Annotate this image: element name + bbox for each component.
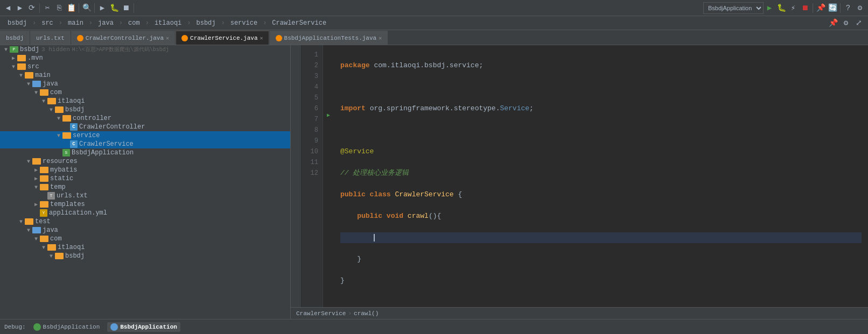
tree-main[interactable]: ▼ main xyxy=(0,71,290,80)
debug-icon-1 xyxy=(33,323,41,331)
toolbar-debug2[interactable]: 🐛 xyxy=(775,2,787,14)
tree-appyml-file[interactable]: ▶ Y application.yml xyxy=(0,209,290,217)
toolbar-run[interactable]: ▶ xyxy=(96,2,108,14)
tree-crawlercontroller-file[interactable]: ▶ C CrawlerController xyxy=(0,123,290,131)
class-open-brace: { xyxy=(458,190,462,198)
nav-sep5: › xyxy=(145,19,149,27)
tree-service-folder[interactable]: ▼ service xyxy=(0,131,290,140)
tree-itlaoqi[interactable]: ▼ itlaoqi xyxy=(0,97,290,105)
nav-com[interactable]: com xyxy=(124,18,144,28)
toolbar-settings[interactable]: ⚙ xyxy=(854,2,866,14)
editor-content[interactable]: 1 2 3 4 5 6 7 8 9 10 11 12 ▶ xyxy=(291,45,868,307)
nav-service[interactable]: service xyxy=(226,18,262,28)
toolbar-cut[interactable]: ✂ xyxy=(41,2,53,14)
tree-test[interactable]: ▼ test xyxy=(0,217,290,226)
debug-app2-label: BsbdjApplication xyxy=(120,324,177,330)
tree-static[interactable]: ▶ static xyxy=(0,174,290,183)
nav-main[interactable]: main xyxy=(64,18,88,28)
tree-temp[interactable]: ▼ temp xyxy=(0,183,290,191)
nav-src[interactable]: src xyxy=(37,18,58,28)
tree-urls-file[interactable]: ▶ T urls.txt xyxy=(0,191,290,200)
toolbar-back[interactable]: ◀ xyxy=(2,2,14,14)
breadcrumb-class: CrawlerService xyxy=(296,310,346,317)
code-area[interactable]: package com.itlaoqi.bsbdj.service; impor… xyxy=(334,45,868,307)
tree-bsbdj-pkg[interactable]: ▼ bsbdj xyxy=(0,105,290,114)
tree-arrow-test-itlaoqi: ▼ xyxy=(40,245,47,251)
gutter-item-7[interactable]: ▶ xyxy=(323,110,334,120)
nav-pin[interactable]: 📌 xyxy=(827,17,839,29)
gutter-item-1 xyxy=(323,45,334,56)
tree-com[interactable]: ▼ com xyxy=(0,88,290,97)
tab-crawlerservice-label: CrawlerService.java xyxy=(190,35,257,41)
tab-crawlercontroller-close[interactable]: ✕ xyxy=(166,35,169,41)
toolbar-paste[interactable]: 📋 xyxy=(65,2,77,14)
tab-crawlercontroller-icon xyxy=(77,35,83,41)
toolbar-sep6 xyxy=(840,3,841,13)
toolbar-copy[interactable]: ⎘ xyxy=(53,2,65,14)
tab-crawlerservice-close[interactable]: ✕ xyxy=(260,35,263,41)
nav-crawlerservice[interactable]: CrawlerService xyxy=(268,18,331,28)
tree-crawlerservice-file[interactable]: ▶ C CrawlerService xyxy=(0,140,290,148)
tree-test-itlaoqi[interactable]: ▼ itlaoqi xyxy=(0,243,290,252)
toolbar-stop2[interactable]: ⏹ xyxy=(799,2,811,14)
tree-bsbdjapplication-file[interactable]: ▶ S BsbdjApplication xyxy=(0,148,290,157)
tree-test-com[interactable]: ▼ com xyxy=(0,234,290,243)
tree-mvn[interactable]: ▶ .mvn xyxy=(0,54,290,62)
bottom-bar: Debug: BsbdjApplication BsbdjApplication xyxy=(0,319,868,334)
tree-templates[interactable]: ▶ templates xyxy=(0,200,290,209)
run-config-dropdown[interactable]: BsbdjApplication xyxy=(703,2,764,14)
tree-java[interactable]: ▼ java xyxy=(0,80,290,88)
line-num-5: 5 xyxy=(302,93,318,103)
tree-label-test-com: com xyxy=(50,235,62,243)
tree-arrow-templates: ▶ xyxy=(32,201,40,208)
nav-itlaoqi[interactable]: itlaoqi xyxy=(150,18,186,28)
cursor-indicator xyxy=(374,234,375,241)
nav-bsbdj2[interactable]: bsbdj xyxy=(192,18,220,28)
tab-bsbdjapplicationtests[interactable]: BsbdjApplicationTests.java ✕ xyxy=(270,31,388,45)
tree-label-crawlercontroller: CrawlerController xyxy=(79,123,145,131)
tree-label-test: test xyxy=(35,218,51,225)
tree-folder-icon-com xyxy=(40,89,48,96)
tree-test-java[interactable]: ▼ java xyxy=(0,226,290,234)
code-line-9[interactable] xyxy=(340,232,862,243)
breadcrumb-arrow: › xyxy=(348,310,352,317)
tree-resources[interactable]: ▼ resources xyxy=(0,157,290,166)
tree-src[interactable]: ▼ src xyxy=(0,62,290,71)
nav-gear[interactable]: ⚙ xyxy=(840,17,852,29)
nav-bsbdj[interactable]: bsbdj xyxy=(3,18,31,28)
toolbar-run2[interactable]: ▶ xyxy=(764,2,775,14)
tree-label-mybatis: mybatis xyxy=(50,166,77,174)
tab-urls[interactable]: urls.txt xyxy=(30,31,71,45)
toolbar-search[interactable]: 🔍 xyxy=(81,2,93,14)
tree-test-bsbdj[interactable]: ▼ bsbdj xyxy=(0,252,290,260)
toolbar-help[interactable]: ? xyxy=(842,2,854,14)
tab-crawlerservice[interactable]: CrawlerService.java ✕ xyxy=(176,31,269,45)
toolbar-profile[interactable]: ⚡ xyxy=(787,2,799,14)
debug-item-2[interactable]: BsbdjApplication xyxy=(107,322,180,332)
toolbar-debug[interactable]: 🐛 xyxy=(108,2,120,14)
breadcrumb-navbar: bsbdj › src › main › java › com › itlaoq… xyxy=(0,16,868,30)
tree-folder-icon-test-com xyxy=(40,236,48,242)
tree-root[interactable]: ▼ P bsbdj 3 hidden H:\<百思>APP数据爬虫\源代码\bs… xyxy=(0,45,290,54)
toolbar-btn1[interactable]: ⟳ xyxy=(26,2,38,14)
tree-label-bsbdj-pkg: bsbdj xyxy=(65,106,85,113)
tab-bsbdj-label: bsbdj xyxy=(6,35,24,41)
debug-label: Debug: xyxy=(4,324,26,330)
nav-expand[interactable]: ⤢ xyxy=(853,17,865,29)
tab-bsbdj[interactable]: bsbdj xyxy=(0,31,30,45)
toolbar-vcs[interactable]: 📌 xyxy=(815,2,827,14)
toolbar-sep4 xyxy=(134,3,134,13)
debug-item-1[interactable]: BsbdjApplication xyxy=(30,322,103,332)
toolbar-stop[interactable]: ⏹ xyxy=(120,2,132,14)
tree-arrow-controller: ▼ xyxy=(55,116,62,122)
tab-crawlercontroller[interactable]: CrawlerController.java ✕ xyxy=(71,31,175,45)
tree-mybatis[interactable]: ▶ mybatis xyxy=(0,166,290,174)
nav-java[interactable]: java xyxy=(94,18,118,28)
file-tree[interactable]: ▼ P bsbdj 3 hidden H:\<百思>APP数据爬虫\源代码\bs… xyxy=(0,45,291,319)
tree-controller[interactable]: ▼ controller xyxy=(0,114,290,123)
toolbar-forward[interactable]: ▶ xyxy=(14,2,26,14)
toolbar-update[interactable]: 🔄 xyxy=(827,2,838,14)
tab-bsbdjapplicationtests-close[interactable]: ✕ xyxy=(379,35,382,41)
gutter-item-8 xyxy=(323,120,334,131)
toolbar-sep5 xyxy=(813,3,813,13)
